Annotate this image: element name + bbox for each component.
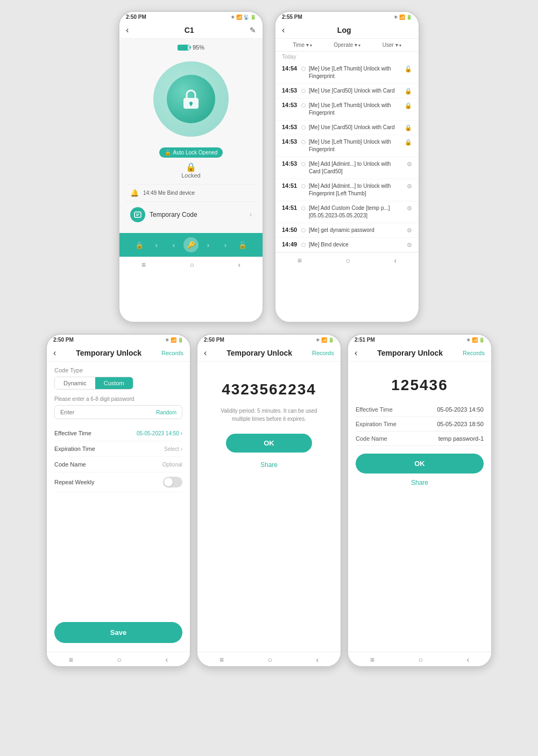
tab-custom[interactable]: Custom: [95, 377, 133, 389]
nav-unlock-right[interactable]: 🔓: [235, 237, 250, 252]
share-link-5[interactable]: Share: [356, 479, 484, 486]
tab-time[interactable]: Time ▾: [293, 42, 312, 48]
status-icons-3: ✳ 📶 🔋: [165, 337, 183, 343]
signal-icon-5: 📶: [472, 337, 478, 343]
bell-icon: 🔔: [130, 189, 139, 197]
status-icons-2: ✳ 📶 🔋: [394, 15, 412, 20]
records-link-5[interactable]: Records: [463, 350, 485, 356]
log-desc-0: [Me] Use [Left Thumb] Unlock with Finger…: [309, 65, 401, 80]
nav-home-icon-1[interactable]: ○: [190, 260, 194, 269]
lock-circle-outer: [153, 61, 229, 137]
log-desc-5: [Me] Add [Admint...] to Unlock with Card…: [309, 160, 404, 175]
dynamic-code-number: 4323562234: [222, 381, 316, 398]
phone-log-screen: 2:55 PM ✳ 📶 🔋 ‹ Log Time ▾ Operate ▾ Use…: [274, 11, 420, 323]
password-input[interactable]: [60, 409, 156, 415]
nav-back-icon-1[interactable]: ‹: [238, 260, 241, 269]
nav-arrow-left2[interactable]: ‹: [166, 237, 181, 252]
nav-arrow-right1[interactable]: ›: [201, 237, 216, 252]
log-circle-0: [301, 67, 306, 71]
nav-menu-icon-5[interactable]: ≡: [370, 655, 374, 664]
validity-text: Validity period: 5 minutes. It can be us…: [215, 407, 323, 423]
temp-code-icon: [130, 207, 145, 222]
log-icon-3: 🔒: [405, 124, 412, 131]
form-body-3: Code Type Dynamic Custom Please enter a …: [47, 362, 190, 613]
nav-home-icon-4[interactable]: ○: [268, 655, 272, 664]
nav-back-icon-4[interactable]: ‹: [316, 655, 319, 664]
auto-lock-label: Auto Lock Opened: [173, 150, 218, 156]
log-time-2: 14:53: [282, 102, 298, 108]
screen-title-3: Temporary Unlock: [76, 349, 141, 357]
log-circle-2: [301, 103, 306, 108]
nav-back-icon-2[interactable]: ‹: [394, 256, 397, 265]
nav-key-center[interactable]: 🔑: [183, 237, 199, 252]
expiration-time-row[interactable]: Expiration Time Select ›: [54, 441, 182, 457]
nav-back-icon-5[interactable]: ‹: [467, 655, 470, 664]
nav-home-icon-3[interactable]: ○: [117, 655, 122, 664]
log-desc-9: [Me] Bind device: [309, 241, 404, 249]
detail-expiration-time-row: Expiration Time 05-05-2023 18:50: [356, 417, 484, 432]
nav-arrow-right2[interactable]: ›: [218, 237, 233, 252]
ok-button-5[interactable]: OK: [356, 454, 484, 474]
tab-dynamic[interactable]: Dynamic: [55, 377, 95, 389]
log-entry-1: 14:53 [Me] Use [Card50] Unlock with Card…: [275, 84, 419, 98]
back-button-5[interactable]: ‹: [355, 348, 357, 358]
nav-menu-icon-4[interactable]: ≡: [220, 655, 224, 664]
nav-lock-left[interactable]: 🔒: [132, 237, 147, 252]
ok-button-4[interactable]: OK: [226, 434, 312, 453]
bluetooth-icon-5: ✳: [466, 337, 471, 343]
nav-menu-icon-3[interactable]: ≡: [69, 655, 73, 664]
lock-status: 🔒 Locked: [125, 162, 257, 179]
auto-lock-badge: 🔓 Auto Lock Opened: [159, 147, 223, 158]
records-link-3[interactable]: Records: [161, 350, 183, 356]
edit-button-1[interactable]: ✎: [250, 26, 256, 34]
tab-user[interactable]: User ▾: [383, 42, 401, 48]
nav-menu-icon-2[interactable]: ≡: [298, 256, 302, 265]
log-icon-7: ⚙: [407, 205, 412, 212]
log-entry-6: 14:51 [Me] Add [Admint...] to Unlock wit…: [275, 179, 419, 201]
status-bar-4: 2:50 PM ✳ 📶 🔋: [197, 335, 341, 345]
back-button-2[interactable]: ‹: [282, 25, 285, 35]
nav-home-icon-2[interactable]: ○: [346, 256, 350, 265]
phone-nav-bar-4: ≡ ○ ‹: [197, 652, 341, 666]
log-icon-5: ⚙: [407, 161, 412, 168]
log-time-4: 14:53: [282, 138, 298, 145]
header-4: ‹ Temporary Unlock Records: [197, 345, 341, 362]
back-button-1[interactable]: ‹: [126, 25, 129, 35]
phone-nav-bar-2: ≡ ○ ‹: [275, 252, 419, 267]
status-time-4: 2:50 PM: [204, 337, 224, 343]
log-time-7: 14:51: [282, 204, 298, 211]
status-icons-4: ✳ 📶 🔋: [316, 337, 334, 343]
log-circle-4: [301, 140, 306, 144]
dynamic-code-body: 4323562234 Validity period: 5 minutes. I…: [197, 362, 341, 652]
back-button-4[interactable]: ‹: [204, 348, 207, 358]
repeat-weekly-toggle[interactable]: [163, 477, 182, 487]
tab-operate[interactable]: Operate ▾: [334, 42, 360, 48]
random-button[interactable]: Random: [156, 409, 176, 415]
share-link-4[interactable]: Share: [260, 461, 278, 469]
log-entry-5: 14:53 [Me] Add [Admint...] to Unlock wit…: [275, 157, 419, 179]
expiration-time-value: Select ›: [164, 446, 182, 452]
nav-arrow-left1[interactable]: ‹: [149, 237, 164, 252]
records-link-4[interactable]: Records: [312, 350, 334, 356]
screen-title-4: Temporary Unlock: [226, 349, 292, 357]
header-2: ‹ Log: [275, 22, 419, 39]
log-desc-7: [Me] Add Custom Code [temp p...] [05.05.…: [309, 204, 404, 220]
battery-indicator: [178, 45, 189, 51]
nav-home-icon-5[interactable]: ○: [419, 655, 423, 664]
nav-back-icon-3[interactable]: ‹: [166, 655, 168, 664]
nav-menu-icon-1[interactable]: ≡: [141, 260, 146, 269]
log-desc-2: [Me] Use [Left Thumb] Unlock with Finger…: [309, 102, 401, 117]
log-time-5: 14:53: [282, 160, 298, 167]
effective-time-row[interactable]: Effective Time 05-05-2023 14:50 ›: [54, 426, 182, 441]
back-button-3[interactable]: ‹: [53, 348, 56, 358]
password-input-row[interactable]: Random: [54, 405, 182, 419]
log-circle-7: [301, 206, 306, 210]
bluetooth-icon-4: ✳: [316, 337, 320, 343]
temp-code-row[interactable]: Temporary Code ›: [125, 201, 257, 228]
header-5: ‹ Temporary Unlock Records: [348, 345, 491, 362]
temp-code-label: Temporary Code: [150, 211, 197, 218]
log-time-3: 14:53: [282, 124, 298, 130]
code-name-row[interactable]: Code Name Optional: [54, 457, 182, 472]
save-button[interactable]: Save: [54, 622, 182, 643]
lock-circle-inner: [167, 75, 215, 123]
